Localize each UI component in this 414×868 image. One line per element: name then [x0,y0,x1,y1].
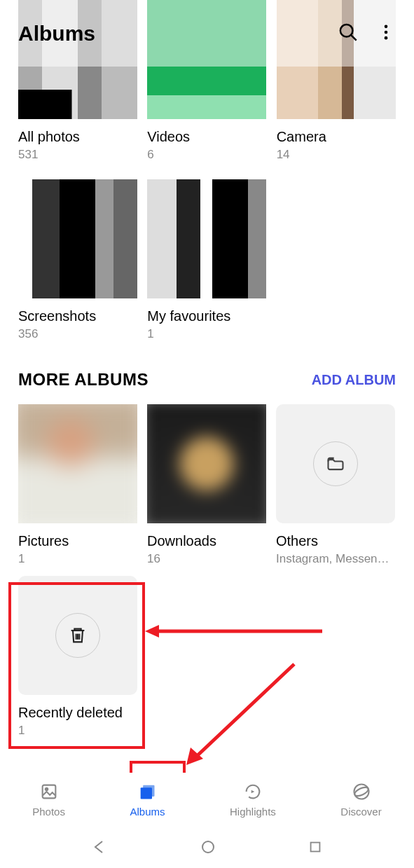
album-title: Downloads [147,533,266,549]
album-others[interactable]: Others Instagram, Messenge… [276,404,395,566]
album-title: Pictures [18,533,137,549]
svg-rect-20 [310,843,319,852]
nav-label: Highlights [230,806,276,818]
album-count: 1 [147,327,266,341]
album-downloads[interactable]: Downloads 16 [147,404,266,566]
album-subtitle: Instagram, Messenge… [276,552,395,566]
thumbnail [147,404,266,523]
thumbnail [18,404,137,523]
svg-rect-15 [141,787,152,799]
nav-label: Discover [340,806,381,818]
trash-icon [68,626,88,645]
album-count: 1 [18,724,137,738]
svg-marker-16 [251,790,255,793]
svg-rect-12 [42,785,55,798]
thumbnail [276,404,395,523]
tab-discover[interactable]: Discover [340,782,381,818]
svg-point-13 [45,787,48,790]
tab-photos[interactable]: Photos [32,782,65,818]
home-button[interactable] [200,839,216,858]
album-recently-deleted[interactable]: Recently deleted 1 [18,576,137,738]
album-count: 16 [147,552,266,566]
tab-highlights[interactable]: Highlights [230,782,276,818]
discover-icon [352,782,371,801]
more-albums-heading: MORE ALBUMS [18,370,149,390]
thumbnail [147,179,266,298]
nav-label: Photos [32,806,65,818]
album-my-favourites[interactable]: My favourites 1 [147,179,266,341]
thumbnail [18,179,137,298]
system-nav [0,829,414,868]
album-count: 356 [18,327,137,341]
album-title: My favourites [147,308,266,324]
nav-label: Albums [130,806,165,818]
album-pictures[interactable]: Pictures 1 [18,404,137,566]
album-title: Recently deleted [18,705,137,721]
svg-marker-11 [186,748,203,765]
back-button[interactable] [91,839,108,858]
albums-icon [137,782,157,801]
photos-icon [39,782,59,801]
highlights-icon [243,782,263,801]
folder-icon [326,454,345,474]
svg-point-19 [202,841,214,853]
bottom-nav: Photos Albums Highlights Discover [0,773,414,826]
thumbnail [18,576,137,695]
album-count: 1 [18,552,137,566]
album-title: Screenshots [18,308,137,324]
tab-albums[interactable]: Albums [130,782,165,818]
album-title: Others [276,533,395,549]
recent-apps-button[interactable] [308,839,323,857]
add-album-button[interactable]: ADD ALBUM [312,372,396,388]
album-screenshots[interactable]: Screenshots 356 [18,179,137,341]
